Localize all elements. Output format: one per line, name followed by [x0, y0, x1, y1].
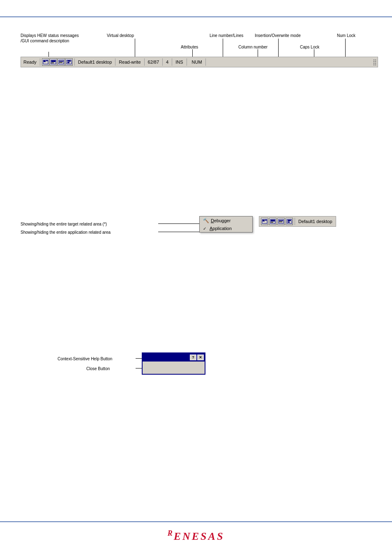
icon-1	[42, 58, 49, 66]
bottom-divider	[0, 521, 392, 522]
tick-attr	[192, 49, 193, 57]
tick-vd	[135, 39, 135, 57]
close-button[interactable]: ✕	[197, 355, 204, 360]
svg-rect-8	[59, 62, 62, 63]
icon-2	[50, 58, 57, 66]
tick-lines	[223, 39, 223, 57]
statusbar: Ready Default1 desktop Read-write 62/87 …	[21, 57, 378, 67]
svg-rect-4	[51, 60, 55, 62]
statusbar-num: NUM	[189, 60, 204, 64]
label-attributes: Attributes	[181, 44, 198, 50]
svg-rect-5	[51, 62, 54, 63]
svg-rect-23	[288, 221, 290, 223]
statusbar-col: 4	[164, 60, 170, 64]
sep3	[115, 58, 115, 66]
help-button[interactable]: ?	[190, 355, 196, 360]
statusbar-lines: 62/87	[146, 60, 161, 64]
s2-icon-2	[269, 218, 277, 225]
label-hew-status: Displays HEW status messages /GUI comman…	[21, 33, 79, 44]
renesas-logo: RENESAS	[0, 529, 392, 543]
debugger-icon: 🔨	[203, 218, 209, 223]
svg-rect-17	[271, 222, 273, 223]
statusbar-ins: INS	[174, 60, 184, 64]
line-application	[158, 232, 199, 232]
sep2	[74, 58, 75, 66]
svg-rect-22	[288, 220, 291, 221]
s2-icon-1	[261, 218, 268, 225]
icon-3	[58, 58, 65, 66]
section3-help-dialog: Context-Sensitive Help Button Close Butt…	[140, 353, 203, 386]
renesas-brand-text: RENESAS	[168, 529, 225, 543]
line-target	[158, 223, 199, 224]
tick-col	[258, 49, 258, 57]
s2-desktop: Default1 desktop	[297, 219, 334, 224]
sep4	[144, 58, 145, 66]
label-line-number: Line number/Lines	[210, 33, 243, 38]
label-insertion: Insertion/Overwrite mode	[255, 33, 301, 38]
label-application-area: Showing/hiding the entire application re…	[21, 230, 111, 235]
svg-rect-20	[279, 221, 282, 222]
svg-rect-7	[59, 61, 63, 62]
sep6	[172, 58, 172, 66]
statusbar-ready: Ready	[22, 60, 38, 64]
sep7	[187, 58, 187, 66]
line-close	[136, 368, 142, 368]
menu-application-label: Application	[210, 226, 232, 231]
s2-icon-4	[286, 218, 293, 225]
label-close-button: Close Button	[86, 366, 110, 371]
sep1	[40, 58, 40, 66]
svg-rect-19	[279, 220, 283, 221]
tick-caps	[314, 49, 314, 57]
top-divider	[0, 16, 392, 17]
label-num-lock: Num Lock	[337, 33, 355, 38]
statusbar-desktop: Default1 desktop	[76, 60, 114, 64]
menu-debugger-label: Debugger	[211, 218, 231, 223]
svg-rect-2	[46, 60, 48, 61]
statusbar-readwrite: Read-write	[117, 60, 142, 64]
icon-4	[65, 58, 73, 66]
s2-sep	[295, 218, 295, 225]
line-help	[136, 358, 142, 359]
tick-ins	[278, 39, 279, 57]
sep8	[205, 58, 206, 66]
section2-statusbar: Default1 desktop	[259, 216, 336, 227]
icon-group	[42, 58, 73, 66]
tick-hew	[48, 52, 49, 57]
section1-statusbar-diagram: Displays HEW status messages /GUI comman…	[21, 33, 378, 67]
label-virtual-desktop: Virtual desktop	[107, 33, 134, 38]
svg-rect-13	[263, 220, 265, 221]
svg-rect-16	[271, 220, 275, 221]
virtual-desktop-menu: 🔨 Debugger ✓ Application	[199, 216, 253, 233]
help-dialog: ? ✕	[142, 352, 205, 375]
svg-rect-1	[44, 60, 46, 62]
label-help-button: Context-Sensitive Help Button	[58, 357, 112, 361]
check-icon: ✓	[203, 226, 208, 231]
svg-rect-11	[67, 62, 69, 63]
dialog-body	[143, 362, 205, 374]
resize-gripper: ⣿	[373, 59, 377, 65]
label-target-area: Showing/hiding the entire target related…	[21, 222, 107, 226]
label-column-number: Column number	[238, 44, 267, 50]
s2-icon-3	[277, 218, 285, 225]
menu-item-debugger[interactable]: 🔨 Debugger	[200, 216, 252, 225]
section2-virtual-desktop: Showing/hiding the entire target related…	[21, 218, 378, 242]
svg-rect-14	[265, 220, 267, 221]
dialog-titlebar: ? ✕	[143, 353, 205, 362]
sep5	[162, 58, 163, 66]
menu-item-application[interactable]: ✓ Application	[200, 225, 252, 232]
tick-num	[345, 39, 346, 57]
svg-rect-10	[67, 60, 71, 62]
label-caps-lock: Caps Lock	[300, 44, 319, 50]
